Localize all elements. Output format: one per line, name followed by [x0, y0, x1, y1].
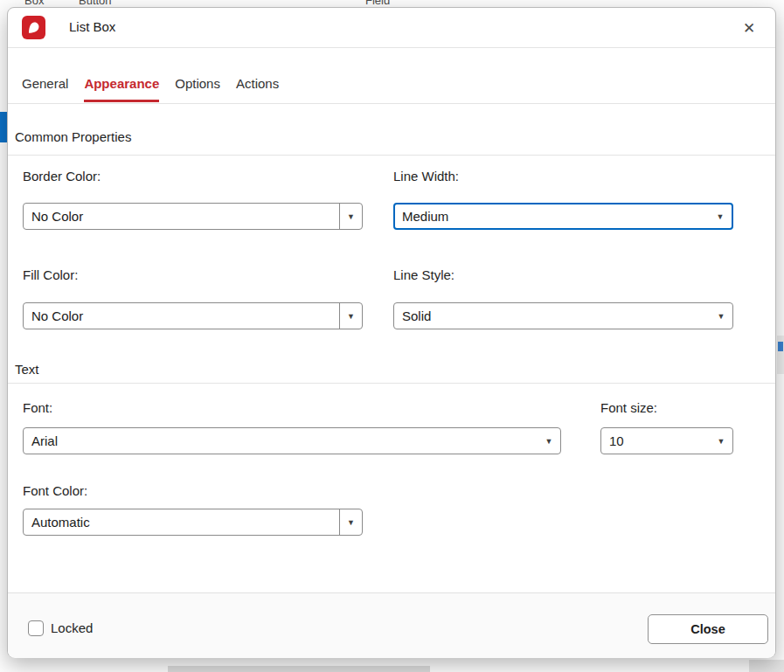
background-bottom-band — [168, 666, 430, 672]
common-section-divider — [8, 155, 775, 156]
chevron-down-icon: ▼ — [347, 518, 355, 527]
background-bottom-corner — [749, 660, 784, 672]
screen-background: Box Button Field List Box ✕ General Appe… — [0, 0, 784, 672]
tab-actions[interactable]: Actions — [236, 76, 279, 102]
font-label: Font: — [23, 400, 52, 415]
line-width-label: Line Width: — [393, 169, 459, 184]
line-width-combo[interactable]: Medium ▼ — [393, 203, 733, 230]
acrobat-logo-glyph — [25, 19, 42, 36]
font-size-label: Font size: — [600, 400, 657, 415]
tab-bar: General Appearance Options Actions — [22, 76, 279, 102]
background-label-button: Button — [79, 0, 112, 7]
font-combo[interactable]: Arial ▼ — [23, 427, 561, 454]
fill-color-label: Fill Color: — [23, 267, 78, 282]
titlebar-divider — [8, 47, 775, 48]
background-label-field: Field — [365, 0, 390, 7]
tab-options[interactable]: Options — [175, 76, 220, 102]
background-blue-highlight — [0, 112, 7, 142]
line-style-label: Line Style: — [393, 267, 454, 282]
chevron-down-icon: ▼ — [347, 312, 355, 321]
tabbar-divider — [8, 103, 775, 104]
line-width-value: Medium — [395, 209, 709, 224]
close-button[interactable]: Close — [648, 614, 768, 644]
locked-label: Locked — [51, 620, 93, 636]
border-color-combo[interactable]: No Color ▼ — [23, 203, 363, 230]
chevron-down-icon: ▼ — [710, 437, 732, 446]
font-color-combo[interactable]: Automatic ▼ — [23, 509, 363, 536]
text-section-divider — [8, 383, 775, 384]
border-color-dropdown-button[interactable]: ▼ — [339, 204, 362, 229]
fill-color-combo[interactable]: No Color ▼ — [23, 302, 363, 329]
background-scroll-marker — [778, 342, 783, 351]
tab-general[interactable]: General — [22, 76, 68, 102]
tab-appearance[interactable]: Appearance — [84, 76, 159, 102]
border-color-value: No Color — [24, 209, 339, 224]
font-size-combo[interactable]: 10 ▼ — [600, 427, 733, 454]
font-color-value: Automatic — [24, 515, 339, 530]
chevron-down-icon: ▼ — [538, 437, 560, 446]
list-box-dialog: List Box ✕ General Appearance Options Ac… — [7, 7, 776, 658]
background-label-box: Box — [24, 0, 44, 7]
chevron-down-icon: ▼ — [709, 212, 732, 221]
font-color-dropdown-button[interactable]: ▼ — [339, 509, 362, 535]
chevron-down-icon: ▼ — [710, 312, 732, 321]
dialog-titlebar: List Box ✕ — [8, 8, 775, 47]
line-style-value: Solid — [394, 308, 710, 323]
chevron-down-icon: ▼ — [347, 212, 355, 221]
section-common-properties: Common Properties — [15, 129, 131, 144]
font-color-label: Font Color: — [23, 483, 87, 498]
font-value: Arial — [24, 433, 538, 448]
acrobat-app-icon — [22, 16, 45, 39]
border-color-label: Border Color: — [23, 169, 101, 184]
line-style-combo[interactable]: Solid ▼ — [393, 302, 733, 329]
fill-color-dropdown-button[interactable]: ▼ — [339, 303, 362, 329]
close-icon[interactable]: ✕ — [739, 17, 760, 38]
dialog-title: List Box — [69, 19, 115, 34]
fill-color-value: No Color — [24, 308, 339, 323]
section-text: Text — [15, 362, 39, 377]
font-size-value: 10 — [601, 433, 710, 448]
locked-checkbox[interactable] — [28, 620, 44, 636]
